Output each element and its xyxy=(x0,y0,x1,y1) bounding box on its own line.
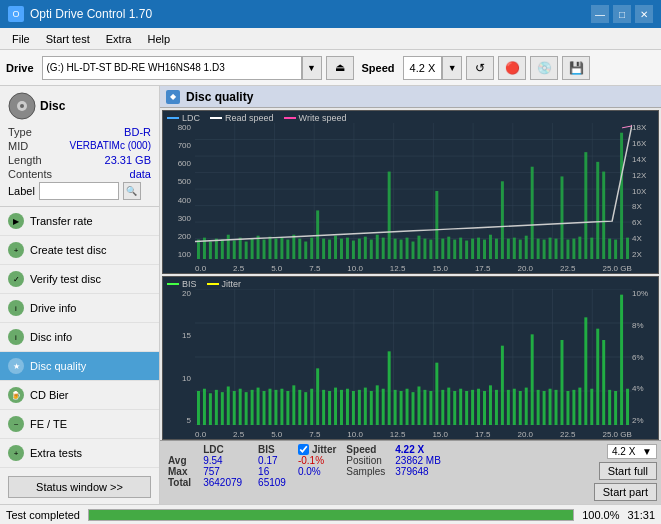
svg-rect-123 xyxy=(286,391,289,425)
close-button[interactable]: ✕ xyxy=(635,5,653,23)
svg-rect-79 xyxy=(549,238,552,259)
upper-y-axis-left: 800 700 600 500 400 300 200 100 xyxy=(163,123,193,259)
max-ldc: 757 xyxy=(195,466,250,477)
svg-rect-76 xyxy=(531,167,534,259)
svg-rect-180 xyxy=(626,389,629,425)
svg-rect-120 xyxy=(268,389,271,425)
svg-rect-68 xyxy=(483,240,486,259)
sidebar-item-label-transfer-rate: Transfer rate xyxy=(30,215,93,227)
menu-help[interactable]: Help xyxy=(139,31,178,47)
upper-yr-8x: 8X xyxy=(632,202,658,211)
upper-yr-12x: 12X xyxy=(632,171,658,180)
eject-button[interactable]: ⏏ xyxy=(326,56,354,80)
svg-rect-77 xyxy=(537,239,540,259)
sidebar-item-cd-bier[interactable]: 🍺 CD Bier xyxy=(0,381,159,410)
sidebar-item-transfer-rate[interactable]: ▶ Transfer rate xyxy=(0,207,159,236)
svg-rect-85 xyxy=(584,152,587,259)
svg-rect-170 xyxy=(566,391,569,425)
sidebar-item-disc-quality[interactable]: ★ Disc quality xyxy=(0,352,159,381)
svg-rect-130 xyxy=(328,391,331,425)
length-label: Length xyxy=(8,154,42,166)
svg-rect-89 xyxy=(608,239,611,259)
svg-rect-33 xyxy=(274,239,277,259)
speed-selector[interactable]: 4.2 X xyxy=(403,56,443,80)
titlebar-controls: — □ ✕ xyxy=(591,5,653,23)
menu-file[interactable]: File xyxy=(4,31,38,47)
sidebar-item-extra-tests[interactable]: + Extra tests xyxy=(0,439,159,468)
drive-select-arrow[interactable]: ▼ xyxy=(302,56,322,80)
svg-rect-122 xyxy=(280,389,283,425)
svg-rect-150 xyxy=(447,388,450,425)
svg-rect-153 xyxy=(465,391,468,425)
drive-selector[interactable]: (G:) HL-DT-ST BD-RE WH16NS48 1.D3 xyxy=(42,56,302,80)
speed-select-arrow[interactable]: ▼ xyxy=(442,56,462,80)
sidebar-item-disc-info[interactable]: i Disc info xyxy=(0,323,159,352)
maximize-button[interactable]: □ xyxy=(613,5,631,23)
svg-rect-154 xyxy=(471,390,474,425)
svg-rect-118 xyxy=(257,388,260,425)
svg-rect-23 xyxy=(215,239,218,259)
upper-yr-18x: 18X xyxy=(632,123,658,132)
burn-button[interactable]: 🔴 xyxy=(498,56,526,80)
svg-rect-29 xyxy=(251,239,254,259)
samples-label: Samples xyxy=(340,466,391,477)
sidebar-item-drive-info[interactable]: i Drive info xyxy=(0,294,159,323)
svg-rect-84 xyxy=(578,237,581,259)
svg-rect-112 xyxy=(221,392,224,425)
speed-select-stats[interactable]: 4.2 X ▼ xyxy=(607,444,657,459)
svg-rect-126 xyxy=(304,392,307,425)
ldc-column-header: LDC xyxy=(195,444,250,455)
svg-rect-131 xyxy=(334,388,337,425)
mid-value: VERBATIMc (000) xyxy=(70,140,152,152)
svg-rect-37 xyxy=(298,239,301,259)
start-part-button[interactable]: Start part xyxy=(594,483,657,501)
menu-extra[interactable]: Extra xyxy=(98,31,140,47)
upper-chart-svg xyxy=(195,123,632,259)
svg-rect-34 xyxy=(280,238,283,259)
minimize-button[interactable]: — xyxy=(591,5,609,23)
svg-rect-47 xyxy=(358,239,361,259)
status-window-button[interactable]: Status window >> xyxy=(8,476,151,498)
svg-rect-74 xyxy=(519,240,522,259)
svg-rect-35 xyxy=(286,240,289,259)
refresh-button[interactable]: ↺ xyxy=(466,56,494,80)
lower-x-0: 0.0 xyxy=(195,430,206,439)
svg-rect-162 xyxy=(519,391,522,425)
titlebar: O Opti Drive Control 1.70 — □ ✕ xyxy=(0,0,661,28)
menu-start-test[interactable]: Start test xyxy=(38,31,98,47)
sidebar-item-fe-te[interactable]: ~ FE / TE xyxy=(0,410,159,439)
svg-rect-67 xyxy=(477,238,480,259)
svg-rect-124 xyxy=(292,385,295,425)
label-input[interactable] xyxy=(39,182,119,200)
save-button[interactable]: 💾 xyxy=(562,56,590,80)
sidebar-item-verify-test-disc[interactable]: ✓ Verify test disc xyxy=(0,265,159,294)
svg-rect-65 xyxy=(465,241,468,259)
jitter-checkbox[interactable] xyxy=(298,444,309,455)
svg-rect-139 xyxy=(382,389,385,425)
upper-yr-2x: 2X xyxy=(632,250,658,259)
avg-jitter: -0.1% xyxy=(294,455,340,466)
disc-button[interactable]: 💿 xyxy=(530,56,558,80)
lower-yr-10: 10% xyxy=(632,289,658,298)
sidebar-item-create-test-disc[interactable]: + Create test disc xyxy=(0,236,159,265)
label-search-button[interactable]: 🔍 xyxy=(123,182,141,200)
lower-x-12.5: 12.5 xyxy=(390,430,406,439)
svg-rect-82 xyxy=(566,240,569,259)
start-full-button[interactable]: Start full xyxy=(599,462,657,480)
stats-table: LDC BIS Jitter Speed 4.22 X Avg 9.54 0.1… xyxy=(164,444,445,488)
svg-rect-175 xyxy=(596,329,599,425)
upper-x-25: 25.0 GB xyxy=(603,264,632,273)
upper-chart: LDC Read speed Write speed xyxy=(162,110,659,274)
svg-rect-173 xyxy=(584,317,587,425)
svg-rect-57 xyxy=(417,236,420,259)
samples-value: 379648 xyxy=(391,466,445,477)
svg-rect-87 xyxy=(596,162,599,259)
svg-rect-142 xyxy=(400,391,403,425)
upper-x-17.5: 17.5 xyxy=(475,264,491,273)
svg-rect-111 xyxy=(215,390,218,425)
svg-rect-146 xyxy=(423,390,426,425)
upper-x-15: 15.0 xyxy=(432,264,448,273)
svg-rect-158 xyxy=(495,390,498,425)
svg-rect-71 xyxy=(501,181,504,259)
legend-bis-label: BIS xyxy=(182,279,197,289)
